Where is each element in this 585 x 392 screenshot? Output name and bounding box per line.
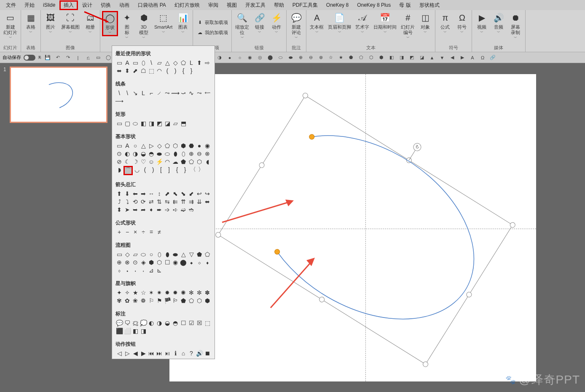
menu-item-动画[interactable]: 动画 [115,0,134,10]
shape-glyph-7-18[interactable]: 🏴 [164,297,171,304]
shape-glyph-8-3[interactable]: 💭 [140,319,147,327]
shape-glyph-4-2[interactable]: ⬅ [131,190,139,197]
menu-item-审阅[interactable]: 审阅 [204,0,223,10]
shape-glyph-0-8[interactable]: ⬠ [180,59,187,67]
shape-glyph-6-27[interactable]: ⬫ [140,267,147,274]
shape-glyph-2-3[interactable]: ◧ [140,120,147,127]
ribbon-btn-equation[interactable]: π公式﹀ [437,11,453,35]
shape-glyph-9-10[interactable]: 🔊 [196,349,203,357]
ribbon-btn-screenshot[interactable]: ⛶屏幕截图﹀ [59,11,81,35]
shape-glyph-1-9[interactable]: ∿ [188,89,195,97]
shape-glyph-4-12[interactable]: ⤴ [115,198,123,205]
shape-glyph-3-35[interactable]: ◖ [204,158,211,165]
shape-glyph-0-0[interactable]: ▭ [115,59,123,67]
qat-tool-17[interactable]: ◎ [256,54,264,61]
shape-glyph-4-21[interactable]: ⇉ [188,198,195,205]
shape-glyph-3-37[interactable]: ⌒ [123,166,133,175]
qat-tool-21[interactable]: ⊕ [297,54,304,61]
shape-glyph-0-10[interactable]: ⬆ [196,59,203,67]
shape-glyph-3-18[interactable]: ⬭ [164,150,171,157]
ribbon-btn-slidenum[interactable]: #幻灯片 编号﹀ [399,11,416,41]
shape-glyph-6-25[interactable]: ⬩ [123,267,131,274]
shape-glyph-4-16[interactable]: ⇄ [148,198,155,205]
menu-item-iSlide[interactable]: iSlide [39,1,59,9]
shape-glyph-8-13[interactable]: ⬜ [123,327,131,335]
shape-glyph-3-20[interactable]: ⬯ [180,150,187,157]
qat-tool-31[interactable]: ◨ [398,54,405,61]
shape-glyph-8-5[interactable]: ◑ [156,319,163,327]
shape-glyph-9-5[interactable]: ⏭ [156,349,163,357]
shape-glyph-3-1[interactable]: A [123,142,131,149]
shape-glyph-7-19[interactable]: 🏳 [172,297,179,304]
qat-tool-19[interactable]: ⬭ [276,54,284,61]
qat-tool-34[interactable]: ▲ [428,54,436,61]
shape-glyph-3-33[interactable]: ⬠ [188,158,195,165]
ribbon-btn-chart[interactable]: 📊图表﹀ [175,11,191,35]
shape-glyph-3-34[interactable]: ⬡ [196,158,203,165]
shape-glyph-3-32[interactable]: ⬟ [180,158,187,165]
shape-glyph-8-1[interactable]: 🗨 [123,319,131,327]
ribbon-btn-zoom[interactable]: 🔍缩放定 位﹀ [233,11,251,41]
shape-glyph-8-0[interactable]: 💬 [115,319,123,327]
menu-item-母    版[interactable]: 母 版 [395,0,415,10]
shape-glyph-4-11[interactable]: ↪ [204,190,211,197]
shape-glyph-1-8[interactable]: ⤻ [180,89,187,97]
qat-tool-16[interactable]: ◉ [246,54,254,61]
shape-glyph-2-8[interactable]: ⬒ [180,120,187,127]
shape-glyph-2-5[interactable]: ◩ [156,120,163,127]
shape-glyph-4-8[interactable]: ⬊ [180,190,187,197]
shape-glyph-9-1[interactable]: ▷ [123,349,131,357]
shape-glyph-4-23[interactable]: ⬌ [204,198,211,205]
shape-glyph-0-14[interactable]: ⬈ [131,67,139,75]
shape-glyph-4-28[interactable]: ➧ [148,206,155,213]
ribbon-btn-object[interactable]: ◫对象﹀ [417,11,433,35]
qat-tool-26[interactable]: ⬟ [347,54,355,61]
shape-glyph-3-4[interactable]: ▷ [148,142,155,149]
shape-glyph-4-14[interactable]: ⟲ [131,198,139,205]
menu-item-OneKey 8 Plus[interactable]: OneKey 8 Plus [353,1,395,9]
qat-tool-15[interactable]: ○ [236,54,244,61]
shape-glyph-2-4[interactable]: ◨ [148,120,155,127]
shape-glyph-8-2[interactable]: 🗯 [131,319,139,327]
shape-glyph-6-9[interactable]: ▽ [188,251,195,258]
shape-glyph-4-20[interactable]: ⇈ [180,198,187,205]
shape-glyph-3-2[interactable]: ○ [131,142,139,149]
shape-glyph-6-24[interactable]: ⬨ [115,267,123,274]
menu-item-帮助[interactable]: 帮助 [270,0,288,10]
shape-glyph-6-0[interactable]: ▭ [115,251,123,258]
shape-glyph-4-13[interactable]: ⤵ [123,198,131,205]
qat-tool-29[interactable]: ⬢ [378,54,385,61]
shape-glyph-3-13[interactable]: ◐ [123,150,131,157]
ribbon-btn-icons[interactable]: ✦图 标﹀ [119,11,135,41]
shape-glyph-6-2[interactable]: ▱ [131,251,139,258]
shape-glyph-1-2[interactable]: ↘ [131,89,139,97]
ribbon-btn-link[interactable]: 🔗链接﹀ [252,11,268,35]
ribbon-btn-datetime[interactable]: 📅日期和时间﹀ [372,11,398,35]
shape-glyph-3-7[interactable]: ⬡ [172,142,179,149]
ribbon-btn-screenrec[interactable]: ⏺屏幕 录制﹀ [507,11,523,41]
ribbon-btn-new-slide[interactable]: ▭新建 幻灯片﹀ [2,11,19,41]
qat-tool-18[interactable]: ⬤ [266,54,274,61]
shape-glyph-7-23[interactable]: ⬢ [204,297,211,304]
shape-glyph-8-15[interactable]: ◨ [140,327,147,335]
shape-glyph-9-8[interactable]: ⌂ [180,349,187,357]
shape-glyph-3-21[interactable]: ⊕ [188,150,195,157]
shape-glyph-3-12[interactable]: ⊙ [115,150,123,157]
shape-glyph-3-16[interactable]: ◓ [148,150,155,157]
shape-glyph-6-10[interactable]: ⬟ [196,251,203,258]
autosave-toggle[interactable] [24,55,35,61]
qat-tool-1[interactable]: ▭ [94,54,102,61]
shape-glyph-4-32[interactable]: ➫ [180,206,187,213]
menu-item-视图[interactable]: 视图 [223,0,241,10]
shape-glyph-5-4[interactable]: = [148,228,155,236]
shape-glyph-5-3[interactable]: ÷ [140,228,147,236]
shape-glyph-9-6[interactable]: ⏯ [164,349,171,357]
shape-glyph-6-6[interactable]: ⬮ [164,251,171,258]
qat-tool-38[interactable]: A [469,54,476,61]
qat-tool-35[interactable]: ▼ [438,54,446,61]
shape-glyph-8-6[interactable]: ◒ [164,319,171,327]
shape-glyph-3-31[interactable]: ☁ [172,158,179,165]
shape-glyph-5-2[interactable]: × [131,228,139,236]
shape-glyph-7-3[interactable]: ☆ [140,289,147,296]
shape-glyph-1-11[interactable]: ⬳ [204,89,211,97]
